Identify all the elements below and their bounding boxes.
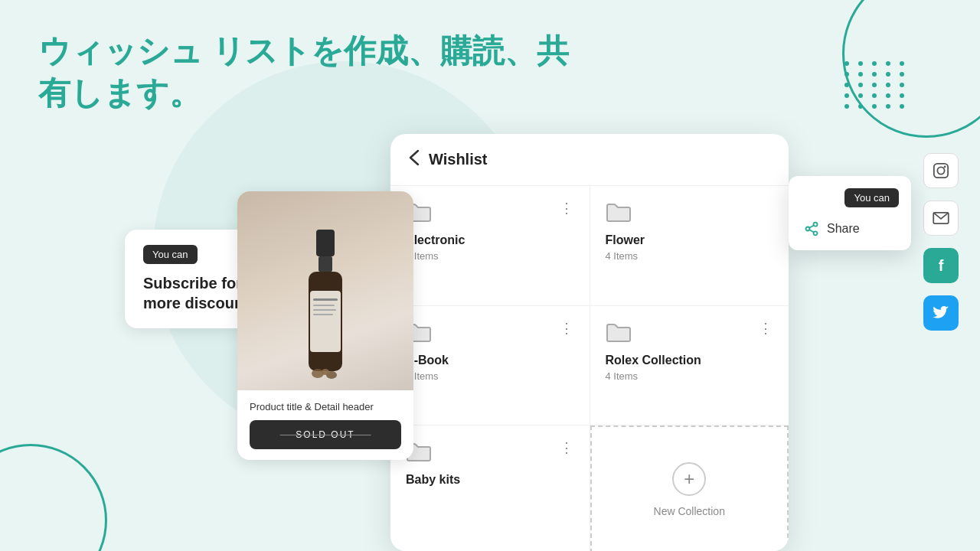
instagram-button[interactable]: [923, 153, 959, 188]
three-dots-ebook[interactable]: ⋮: [560, 321, 574, 335]
product-title: Product title & Detail header: [250, 401, 401, 412]
collection-item-electronic[interactable]: ⋮ Electronic 4 Items: [390, 186, 590, 305]
wishlist-grid: ⋮ Electronic 4 Items Flower 4 Items ⋮: [390, 186, 789, 551]
email-button[interactable]: [923, 201, 959, 236]
collection-item-ebook[interactable]: ⋮ E-Book 4 Items: [390, 306, 590, 425]
wishlist-title: Wishlist: [429, 151, 488, 168]
product-card: Product title & Detail header SOLD OUT: [237, 191, 413, 460]
svg-rect-8: [313, 298, 338, 301]
share-popup: You can Share: [789, 176, 911, 250]
sold-out-line: [280, 435, 371, 435]
share-popup-header: You can: [789, 182, 911, 214]
flower-count: 4 Items: [606, 250, 774, 262]
back-button[interactable]: [409, 149, 420, 170]
svg-rect-9: [313, 305, 335, 306]
svg-rect-10: [313, 309, 336, 311]
electronic-count: 4 Items: [406, 250, 574, 262]
wishlist-panel: Wishlist ⋮ Electronic 4 Items Flower 4 I…: [390, 134, 789, 551]
rolex-name: Rolex Collection: [606, 354, 774, 367]
svg-line-18: [809, 230, 814, 232]
product-bg: [237, 191, 413, 390]
facebook-icon: f: [939, 257, 944, 275]
new-collection-item[interactable]: + New Collection: [590, 425, 789, 551]
folder-icon-rolex: [606, 321, 632, 343]
bg-circle-bottom-left: [0, 444, 107, 551]
svg-rect-5: [318, 256, 332, 272]
svg-rect-0: [934, 164, 948, 178]
svg-point-1: [937, 167, 944, 174]
babykits-name: Baby kits: [406, 473, 574, 487]
collection-item-rolex[interactable]: ⋮ Rolex Collection 4 Items: [590, 306, 789, 425]
three-dots-electronic[interactable]: ⋮: [560, 201, 574, 215]
svg-rect-4: [316, 230, 335, 256]
twitter-button[interactable]: [923, 295, 959, 331]
svg-point-14: [322, 369, 329, 375]
collection-item-babykits[interactable]: ⋮ Baby kits: [390, 425, 590, 551]
dots-decoration: [844, 61, 907, 109]
wishlist-header: Wishlist: [390, 134, 789, 186]
ebook-count: 4 Items: [406, 370, 574, 382]
share-icon: [804, 221, 819, 236]
three-dots-babykits[interactable]: ⋮: [560, 441, 574, 455]
product-image: [237, 191, 413, 390]
new-collection-plus-icon: +: [672, 462, 706, 496]
you-can-badge: You can: [143, 245, 198, 264]
new-collection-label: New Collection: [654, 505, 725, 517]
facebook-button[interactable]: f: [923, 248, 959, 283]
svg-rect-11: [313, 314, 333, 315]
product-bottle-svg: [295, 230, 356, 383]
share-label: Share: [827, 222, 860, 236]
ebook-name: E-Book: [406, 354, 574, 367]
hero-heading: ウィッシュ リストを作成、購読、共 有します。: [38, 31, 569, 114]
folder-icon-flower: [606, 201, 632, 223]
electronic-name: Electronic: [406, 233, 574, 247]
sold-out-button[interactable]: SOLD OUT: [250, 420, 401, 449]
flower-name: Flower: [606, 233, 774, 247]
social-icons-group: f: [923, 153, 959, 331]
three-dots-rolex[interactable]: ⋮: [759, 321, 773, 335]
hero-section: ウィッシュ リストを作成、購読、共 有します。: [38, 31, 569, 114]
you-can-badge-popup: You can: [844, 188, 899, 207]
rolex-count: 4 Items: [606, 370, 774, 382]
product-info: Product title & Detail header SOLD OUT: [237, 390, 413, 460]
svg-point-2: [944, 166, 946, 168]
svg-line-19: [809, 225, 814, 227]
collection-item-flower[interactable]: Flower 4 Items: [590, 186, 789, 305]
svg-point-12: [312, 369, 324, 378]
share-item[interactable]: Share: [789, 214, 911, 244]
